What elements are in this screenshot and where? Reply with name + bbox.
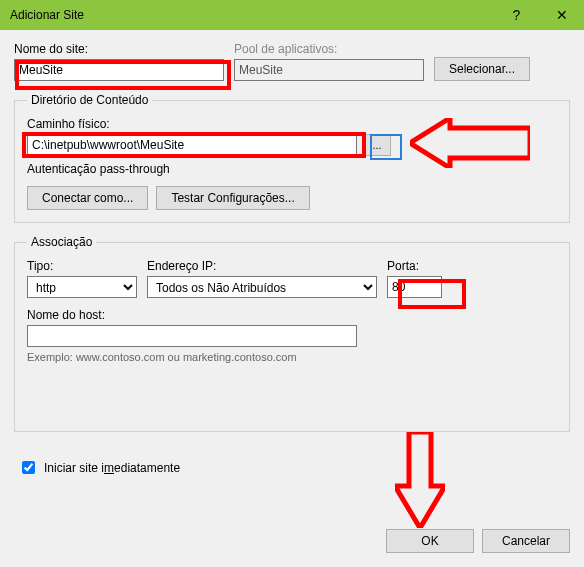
test-config-button[interactable]: Testar Configurações... bbox=[156, 186, 309, 210]
cancel-button[interactable]: Cancelar bbox=[482, 529, 570, 553]
help-button[interactable]: ? bbox=[494, 0, 539, 30]
label-port: Porta: bbox=[387, 259, 447, 273]
label-host: Nome do host: bbox=[27, 308, 557, 322]
label-phys-path: Caminho físico: bbox=[27, 117, 557, 131]
browse-button[interactable]: ... bbox=[363, 134, 391, 156]
label-site-name: Nome do site: bbox=[14, 42, 224, 56]
host-example: Exemplo: www.contoso.com ou marketing.co… bbox=[27, 351, 557, 363]
label-type: Tipo: bbox=[27, 259, 137, 273]
phys-path-input[interactable] bbox=[27, 134, 357, 156]
start-immediately-label: Iniciar site imediatamente bbox=[44, 461, 180, 475]
site-name-input[interactable] bbox=[14, 59, 224, 81]
ip-select[interactable]: Todos os Não Atribuídos bbox=[147, 276, 377, 298]
start-immediately-checkbox[interactable] bbox=[22, 461, 35, 474]
binding-group: Associação Tipo: http Endereço IP: Todos… bbox=[14, 235, 570, 432]
titlebar: Adicionar Site ? ✕ bbox=[0, 0, 584, 30]
host-input[interactable] bbox=[27, 325, 357, 347]
content-dir-group: Diretório de Conteúdo Caminho físico: ..… bbox=[14, 93, 570, 223]
binding-legend: Associação bbox=[27, 235, 96, 249]
content-dir-legend: Diretório de Conteúdo bbox=[27, 93, 152, 107]
ok-button[interactable]: OK bbox=[386, 529, 474, 553]
port-input[interactable] bbox=[387, 276, 442, 298]
connect-as-button[interactable]: Conectar como... bbox=[27, 186, 148, 210]
select-app-pool-button[interactable]: Selecionar... bbox=[434, 57, 530, 81]
app-pool-input bbox=[234, 59, 424, 81]
type-select[interactable]: http bbox=[27, 276, 137, 298]
label-ip: Endereço IP: bbox=[147, 259, 377, 273]
window-title: Adicionar Site bbox=[10, 8, 494, 22]
dialog-content: Nome do site: Pool de aplicativos: Selec… bbox=[0, 30, 584, 485]
label-app-pool: Pool de aplicativos: bbox=[234, 42, 424, 56]
close-button[interactable]: ✕ bbox=[539, 0, 584, 30]
auth-label: Autenticação pass-through bbox=[27, 162, 557, 176]
